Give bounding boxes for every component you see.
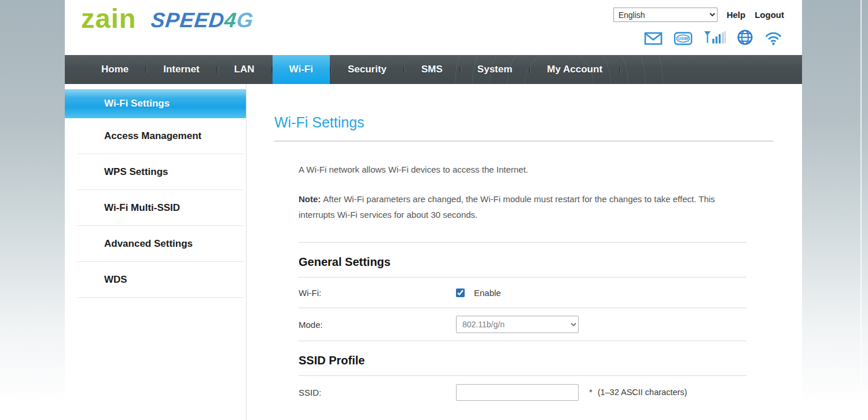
window-edge-highlight <box>860 0 862 420</box>
tab-home[interactable]: Home <box>84 55 145 84</box>
tab-my-account[interactable]: My Account <box>530 55 619 84</box>
ssid-input[interactable] <box>456 384 579 401</box>
zain-logo: zain <box>81 5 136 32</box>
router-admin-page: zain SPEED4G English Help Logout <box>65 0 802 420</box>
section-divider <box>299 242 746 243</box>
page-title: Wi-Fi Settings <box>274 114 773 131</box>
sidebar-item-wds[interactable]: WDS <box>78 262 244 298</box>
tab-internet[interactable]: Internet <box>146 55 216 84</box>
mail-icon <box>644 31 663 46</box>
wifi-mode-row: Mode: 802.11b/g/n <box>299 308 746 341</box>
tab-security[interactable]: Security <box>331 55 403 84</box>
required-marker: * <box>589 388 593 397</box>
logout-link[interactable]: Logout <box>755 10 784 20</box>
browser-viewport: zain SPEED4G English Help Logout <box>0 0 868 420</box>
note-text: Note:After Wi-Fi parameters are changed,… <box>299 191 746 222</box>
body-row: Wi-Fi Settings Access Management WPS Set… <box>65 84 802 420</box>
wifi-enable-row: Wi-Fi: Enable <box>299 277 746 308</box>
ssid-profile-heading: SSID Profile <box>299 354 746 367</box>
wifi-field-label: Wi-Fi: <box>299 288 456 298</box>
page-header: zain SPEED4G English Help Logout <box>65 0 802 55</box>
wifi-icon <box>764 31 782 46</box>
ssid-field-label: SSID: <box>299 388 456 397</box>
ssid-hint: *(1–32 ASCII characters) <box>589 388 687 397</box>
brand-logos: zain SPEED4G <box>81 5 254 32</box>
ssid-row: SSID: *(1–32 ASCII characters) <box>299 376 746 408</box>
sidebar-item-access-management[interactable]: Access Management <box>78 118 244 154</box>
general-settings-heading: General Settings <box>299 255 746 269</box>
wifi-enable-label: Enable <box>474 288 501 298</box>
main-nav: Home Internet LAN Wi-Fi Security SMS Sys… <box>65 55 802 84</box>
usim-icon: USIM <box>674 31 693 46</box>
sidebar-item-wifi-settings[interactable]: Wi-Fi Settings <box>65 89 246 118</box>
top-controls: English Help Logout <box>613 8 784 22</box>
nav-separator <box>619 67 620 73</box>
usim-icon-text: USIM <box>678 36 689 41</box>
wifi-enable-checkbox[interactable] <box>456 288 465 297</box>
sidebar-item-wps-settings[interactable]: WPS Settings <box>78 154 244 190</box>
tab-sms[interactable]: SMS <box>404 55 459 84</box>
tab-lan[interactable]: LAN <box>218 55 271 84</box>
title-divider <box>274 141 773 141</box>
sidebar-item-advanced-settings[interactable]: Advanced Settings <box>78 226 244 262</box>
mode-field-label: Mode: <box>299 320 456 330</box>
language-select[interactable]: English <box>613 8 718 22</box>
tab-wifi[interactable]: Wi-Fi <box>273 55 330 84</box>
tab-system[interactable]: System <box>461 55 529 84</box>
help-link[interactable]: Help <box>727 10 746 20</box>
sidebar-item-wifi-multi-ssid[interactable]: Wi-Fi Multi-SSID <box>78 190 244 226</box>
signal-strength-icon <box>704 30 726 46</box>
globe-icon <box>737 29 753 46</box>
note-label: Note: <box>299 194 321 204</box>
status-icon-bar: USIM <box>644 29 782 46</box>
wifi-sidebar: Wi-Fi Settings Access Management WPS Set… <box>65 84 247 420</box>
speed4g-logo: SPEED4G <box>150 8 255 32</box>
wifi-mode-select[interactable]: 802.11b/g/n <box>456 316 579 333</box>
intro-text: A Wi-Fi network allows Wi-Fi devices to … <box>299 165 746 174</box>
settings-form: A Wi-Fi network allows Wi-Fi devices to … <box>299 165 746 408</box>
content-panel: Wi-Fi Settings A Wi-Fi network allows Wi… <box>247 84 802 420</box>
